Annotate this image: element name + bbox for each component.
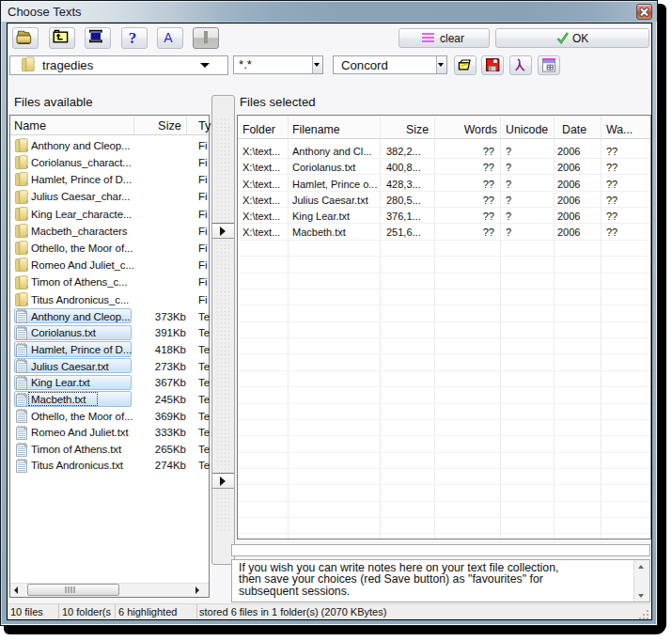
svg-text:A: A [164, 30, 173, 45]
svg-text:?: ? [129, 29, 137, 46]
